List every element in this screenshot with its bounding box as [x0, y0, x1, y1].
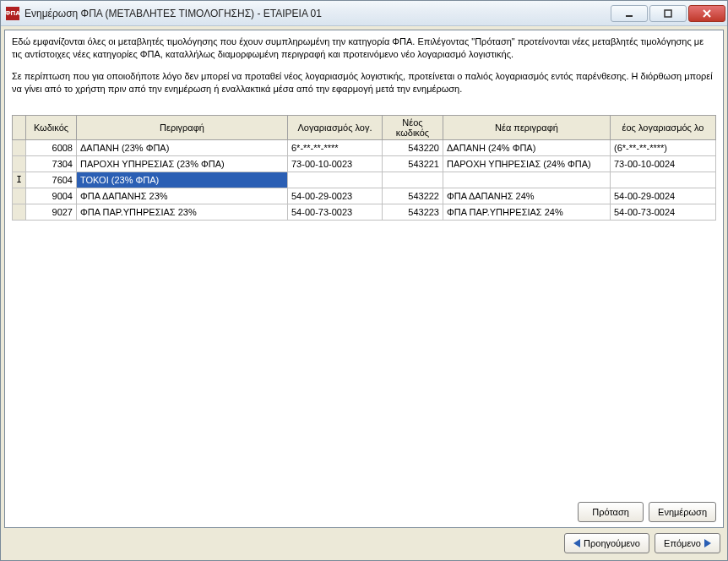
cell-description[interactable]: ΔΑΠΑΝΗ (23% ΦΠΑ): [77, 139, 288, 155]
propose-button[interactable]: Πρόταση: [578, 502, 644, 522]
cell-account[interactable]: 54-00-73-0023: [288, 204, 383, 220]
window-title: Ενημέρωση ΦΠΑ (ΜΕΤΑΒΛΗΤΕΣ ΤΙΜΟΛΟΓΗΣΗΣ) -…: [24, 8, 611, 19]
window-controls: [611, 5, 725, 22]
cell-new-description[interactable]: ΔΑΠΑΝΗ (24% ΦΠΑ): [443, 139, 611, 155]
col-new-description[interactable]: Νέα περιγραφή: [443, 115, 611, 139]
close-button[interactable]: [688, 5, 725, 22]
table-row[interactable]: 9027ΦΠΑ ΠΑΡ.ΥΠΗΡΕΣΙΑΣ 23%54-00-73-002354…: [13, 204, 716, 220]
row-indicator[interactable]: [13, 139, 26, 155]
col-code[interactable]: Κωδικός: [26, 115, 77, 139]
cell-code[interactable]: 7604: [26, 172, 77, 188]
cell-new-code[interactable]: [383, 172, 443, 188]
table-row[interactable]: 6008ΔΑΠΑΝΗ (23% ΦΠΑ)6*-**-**-****543220Δ…: [13, 139, 716, 155]
table-row[interactable]: 7304ΠΑΡΟΧΗ ΥΠΗΡΕΣΙΑΣ (23% ΦΠΑ)73-00-10-0…: [13, 155, 716, 172]
cell-new-description[interactable]: [443, 172, 611, 188]
table-row[interactable]: I7604ΤΟΚΟΙ (23% ΦΠΑ): [13, 172, 716, 188]
panel-action-bar: Πρόταση Ενημέρωση: [12, 495, 716, 522]
info-text: Εδώ εμφανίζονται όλες οι μεταβλητές τιμο…: [12, 35, 716, 105]
cell-account[interactable]: 6*-**-**-****: [288, 139, 383, 155]
main-window: ΦΠΑ Ενημέρωση ΦΠΑ (ΜΕΤΑΒΛΗΤΕΣ ΤΙΜΟΛΟΓΗΣΗ…: [0, 0, 728, 561]
cell-new-account[interactable]: (6*-**-**-****): [611, 139, 716, 155]
client-area: Εδώ εμφανίζονται όλες οι μεταβλητές τιμο…: [1, 26, 727, 560]
col-new-account[interactable]: έος λογαριασμός λο: [611, 115, 716, 139]
cell-account[interactable]: [288, 172, 383, 188]
cell-description[interactable]: ΤΟΚΟΙ (23% ΦΠΑ): [77, 172, 288, 188]
row-indicator[interactable]: [13, 155, 26, 172]
minimize-button[interactable]: [611, 5, 648, 22]
arrow-right-icon: [704, 539, 711, 547]
cell-code[interactable]: 7304: [26, 155, 77, 172]
vat-variables-grid[interactable]: Κωδικός Περιγραφή Λογαριασμός λογ. Νέος …: [12, 115, 716, 221]
cell-description[interactable]: ΦΠΑ ΔΑΠΑΝΗΣ 23%: [77, 188, 288, 204]
cell-account[interactable]: 54-00-29-0023: [288, 188, 383, 204]
previous-button[interactable]: Προηγούμενο: [564, 533, 649, 553]
close-icon: [702, 8, 712, 19]
cell-new-description[interactable]: ΠΑΡΟΧΗ ΥΠΗΡΕΣΙΑΣ (24% ΦΠΑ): [443, 155, 611, 172]
cell-account[interactable]: 73-00-10-0023: [288, 155, 383, 172]
table-row[interactable]: 9004ΦΠΑ ΔΑΠΑΝΗΣ 23%54-00-29-0023543222ΦΠ…: [13, 188, 716, 204]
row-indicator[interactable]: [13, 204, 26, 220]
wizard-nav-bar: Προηγούμενο Επόμενο: [4, 533, 724, 557]
cell-code[interactable]: 9027: [26, 204, 77, 220]
next-button-label: Επόμενο: [664, 538, 701, 548]
app-icon: ΦΠΑ: [6, 7, 19, 20]
cell-new-account[interactable]: 54-00-29-0024: [611, 188, 716, 204]
svg-rect-1: [665, 10, 671, 17]
arrow-left-icon: [573, 539, 580, 547]
cell-new-account[interactable]: [611, 172, 716, 188]
cell-new-code[interactable]: 543220: [383, 139, 443, 155]
previous-button-label: Προηγούμενο: [584, 538, 640, 548]
cell-description[interactable]: ΠΑΡΟΧΗ ΥΠΗΡΕΣΙΑΣ (23% ΦΠΑ): [77, 155, 288, 172]
cell-new-description[interactable]: ΦΠΑ ΠΑΡ.ΥΠΗΡΕΣΙΑΣ 24%: [443, 204, 611, 220]
cell-description[interactable]: ΦΠΑ ΠΑΡ.ΥΠΗΡΕΣΙΑΣ 23%: [77, 204, 288, 220]
cell-new-description[interactable]: ΦΠΑ ΔΑΠΑΝΗΣ 24%: [443, 188, 611, 204]
info-paragraph-2: Σε περίπτωση που για οποιοδήποτε λόγο δε…: [12, 70, 716, 96]
info-paragraph-1: Εδώ εμφανίζονται όλες οι μεταβλητές τιμο…: [12, 35, 716, 62]
col-account[interactable]: Λογαριασμός λογ.: [288, 115, 383, 139]
cell-code[interactable]: 9004: [26, 188, 77, 204]
main-panel: Εδώ εμφανίζονται όλες οι μεταβλητές τιμο…: [4, 30, 724, 528]
col-description[interactable]: Περιγραφή: [77, 115, 288, 139]
minimize-icon: [624, 8, 634, 19]
row-indicator[interactable]: I: [13, 172, 26, 188]
col-new-code[interactable]: Νέος κωδικός: [383, 115, 443, 139]
titlebar: ΦΠΑ Ενημέρωση ΦΠΑ (ΜΕΤΑΒΛΗΤΕΣ ΤΙΜΟΛΟΓΗΣΗ…: [1, 1, 727, 26]
col-indicator: [13, 115, 26, 139]
row-indicator[interactable]: [13, 188, 26, 204]
next-button[interactable]: Επόμενο: [655, 533, 720, 553]
grid-wrapper: Κωδικός Περιγραφή Λογαριασμός λογ. Νέος …: [12, 115, 716, 495]
update-button[interactable]: Ενημέρωση: [649, 502, 716, 522]
cell-new-account[interactable]: 54-00-73-0024: [611, 204, 716, 220]
cell-code[interactable]: 6008: [26, 139, 77, 155]
maximize-icon: [663, 8, 673, 19]
cell-new-code[interactable]: 543223: [383, 204, 443, 220]
cell-new-code[interactable]: 543221: [383, 155, 443, 172]
cell-new-code[interactable]: 543222: [383, 188, 443, 204]
cell-new-account[interactable]: 73-00-10-0024: [611, 155, 716, 172]
maximize-button[interactable]: [649, 5, 687, 22]
